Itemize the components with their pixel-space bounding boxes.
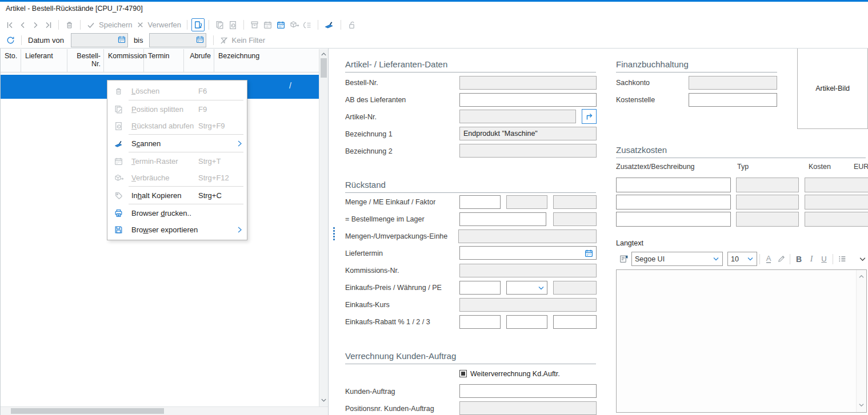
rabatt1-input[interactable] — [459, 315, 501, 329]
fetch-backlog-button[interactable] — [226, 19, 239, 31]
menu-item-inhalt-kopieren[interactable]: Inhalt Kopieren Strg+C — [108, 187, 246, 204]
rabatt2-input[interactable] — [506, 315, 547, 329]
column-header-lieferant[interactable]: Lieferant — [21, 49, 67, 72]
langtext-textarea[interactable] — [617, 271, 858, 414]
liefertermin-input[interactable] — [459, 246, 597, 260]
delete-button[interactable] — [63, 19, 76, 31]
menu-item-browser-drucken[interactable]: Browser drucken.. — [108, 205, 246, 221]
calendar-picker-icon[interactable] — [117, 35, 126, 46]
zusatztext-input-2[interactable] — [616, 195, 731, 209]
bestellmenge-input[interactable] — [459, 212, 546, 226]
schedule-grid-button[interactable] — [274, 19, 287, 31]
datum-bis-input[interactable] — [151, 34, 194, 46]
artikelnr-input — [459, 110, 576, 123]
weiterverrechnung-checkbox[interactable] — [459, 370, 467, 377]
switch-document-button[interactable] — [191, 18, 205, 31]
menge-label: Menge / ME Einkauf / Faktor — [345, 198, 435, 206]
datum-von-label: Datum von — [28, 36, 64, 45]
rabatt3-input[interactable] — [553, 315, 597, 329]
chevron-down-icon — [747, 256, 754, 261]
toolbar-separator — [341, 20, 341, 30]
positionsnr-input — [459, 401, 597, 415]
x-icon — [136, 21, 145, 29]
table-horizontal-scrollbar[interactable] — [1, 406, 328, 415]
artikelnr-label: Artikel-Nr. — [345, 113, 377, 121]
column-header-bestellnr[interactable]: Bestell-Nr. — [67, 49, 104, 72]
refresh-button[interactable] — [4, 34, 17, 46]
nav-prev-button[interactable] — [17, 19, 29, 31]
discard-label: Verwerfen — [148, 21, 182, 29]
zusatztext-input-1[interactable] — [616, 178, 731, 192]
waehrung-select[interactable] — [506, 281, 547, 295]
underline-button[interactable]: U — [818, 253, 830, 265]
kundenauftrag-input[interactable] — [459, 384, 597, 398]
save-button[interactable]: Speichern — [85, 19, 134, 31]
goto-artikel-button[interactable] — [582, 109, 597, 124]
column-header-sto[interactable]: Sto. — [1, 49, 21, 72]
column-header-bezeichnung[interactable]: Bezeichnung — [214, 49, 319, 72]
datum-bis-field[interactable] — [149, 33, 206, 47]
nav-last-button[interactable] — [42, 19, 54, 31]
highlight-pen-icon[interactable] — [775, 253, 787, 265]
nav-next-icon — [31, 21, 40, 30]
column-header-abrufe[interactable]: Abrufe — [184, 49, 214, 72]
kosten-column-label: Kosten — [809, 163, 831, 171]
scrollbar-thumb[interactable] — [11, 408, 164, 414]
toolbar-more-icon[interactable] — [856, 253, 868, 265]
split-position-button[interactable] — [213, 19, 226, 31]
italic-button[interactable]: I — [805, 253, 818, 265]
ab-lieferant-input[interactable] — [459, 93, 597, 107]
consumption-button[interactable] — [287, 19, 301, 31]
discard-button[interactable]: Verwerfen — [134, 19, 183, 30]
positions-list-button[interactable] — [301, 19, 314, 31]
menu-item-scannen[interactable]: Scannen — [108, 135, 246, 152]
kein-filter-button[interactable]: Kein Filter — [218, 35, 267, 46]
cell-bezeichnung: / — [289, 81, 291, 90]
menu-item-rueckstand-abrufen: Rückstand abrufen Strg+F9 — [108, 118, 246, 134]
nav-next-button[interactable] — [29, 19, 42, 31]
toolbar-separator — [243, 20, 244, 30]
einkaufskurs-input — [459, 298, 597, 312]
font-name-select[interactable]: Segoe UI — [631, 252, 723, 266]
font-size-select[interactable]: 10 — [727, 252, 757, 266]
column-header-kommission[interactable]: Kommission — [104, 49, 144, 72]
scroll-down-icon[interactable] — [858, 401, 865, 409]
lock-button[interactable] — [345, 19, 358, 31]
textblock-icon[interactable] — [617, 253, 630, 265]
app-window: Artikel - Bestell-Rückstände [CPU_I7-479… — [0, 0, 868, 415]
liefertermin-calendar-icon[interactable] — [584, 248, 594, 258]
zusatztext-column-label: Zusatztext/Beschreibung — [616, 163, 695, 171]
table-vertical-scrollbar[interactable] — [319, 49, 328, 406]
section-artikel-lieferanten-daten: Artikel- / Lieferanten-Daten — [345, 59, 596, 72]
scroll-up-icon[interactable] — [321, 51, 327, 59]
scroll-up-icon[interactable] — [858, 273, 865, 281]
einkaufspreis-input[interactable] — [459, 281, 501, 295]
column-header-termin[interactable]: Termin — [144, 49, 184, 72]
scanner-icon — [114, 139, 124, 148]
zusatztext-input-3[interactable] — [616, 212, 731, 227]
archive-button[interactable] — [248, 19, 261, 31]
calendar-picker-icon[interactable] — [195, 35, 205, 46]
datum-von-field[interactable] — [71, 33, 128, 47]
bullet-list-icon[interactable] — [835, 253, 848, 265]
titlebar-accent — [0, 0, 868, 2]
refresh-icon — [6, 35, 15, 45]
menge-input[interactable] — [459, 195, 501, 209]
filter-crossed-icon — [219, 36, 229, 45]
liefertermin-label: Liefertermin — [345, 249, 383, 257]
scroll-down-icon[interactable] — [321, 397, 327, 405]
bezeichnung2-input — [459, 144, 597, 158]
scrollbar-thumb[interactable] — [321, 58, 327, 78]
menu-item-browser-exportieren[interactable]: Browser exportieren — [108, 221, 246, 238]
kosten-input-1 — [805, 178, 868, 192]
scan-button[interactable] — [322, 19, 337, 31]
split-pages-icon — [215, 20, 225, 30]
bold-button[interactable]: B — [793, 253, 805, 265]
splitter-handle[interactable] — [331, 227, 336, 242]
font-color-button[interactable]: A — [762, 253, 775, 265]
langtext-scrollbar[interactable] — [856, 270, 866, 412]
datum-von-input[interactable] — [73, 34, 116, 46]
kostenstelle-input[interactable] — [689, 93, 777, 107]
nav-first-button[interactable] — [4, 19, 17, 31]
calendar-button[interactable] — [261, 19, 274, 31]
